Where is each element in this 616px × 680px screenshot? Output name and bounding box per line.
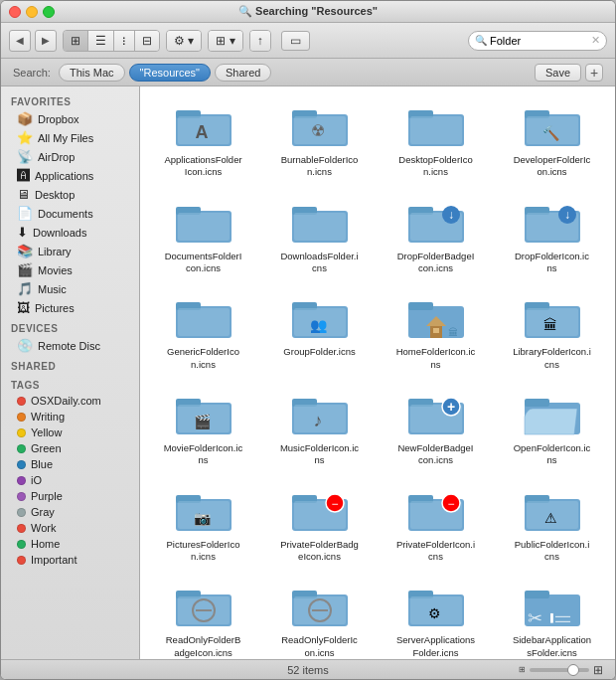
close-button[interactable] [9, 6, 21, 18]
sidebar-item-downloads[interactable]: ⬇ Downloads [1, 223, 139, 242]
slider-track[interactable] [530, 668, 589, 672]
sidebar-item-tag-gray[interactable]: Gray [1, 504, 139, 520]
svg-rect-42 [433, 328, 439, 333]
maximize-button[interactable] [43, 6, 55, 18]
add-scope-button[interactable]: + [585, 64, 603, 82]
sidebar-item-desktop[interactable]: 🖥 Desktop [1, 185, 139, 204]
svg-text:♪: ♪ [313, 411, 322, 430]
file-item[interactable]: ⚠ PublicFolderIcon.icns [499, 481, 605, 568]
file-item[interactable]: DocumentsFolderIcon.icns [150, 193, 256, 279]
tag-dot-work [17, 524, 26, 533]
svg-text:A: A [195, 122, 208, 142]
file-item[interactable]: DesktopFolderIcon.icns [383, 96, 489, 183]
scope-shared-button[interactable]: Shared [215, 64, 271, 82]
sidebar-item-documents[interactable]: 📄 Documents [1, 204, 139, 223]
sidebar-item-applications[interactable]: 🅰 Applications [1, 166, 139, 185]
sidebar-item-tag-io[interactable]: iO [1, 472, 139, 488]
file-item[interactable]: ⚙ ServerApplicationsFolder.icns [383, 577, 489, 659]
file-item[interactable]: DownloadsFolder.icns [266, 193, 373, 279]
svg-rect-20 [294, 213, 346, 241]
file-item[interactable]: 👥 GroupFolder.icns [266, 288, 373, 375]
scope-this-mac-button[interactable]: This Mac [59, 64, 125, 82]
svg-text:⚙: ⚙ [427, 605, 440, 621]
tags-header: TAGS [1, 374, 139, 393]
sidebar-item-remote-disc[interactable]: 💿 Remote Disc [1, 336, 139, 355]
file-label: PublicFolderIcon.icns [513, 539, 592, 564]
statusbar: 52 items ⊞ ⊞ [1, 659, 615, 679]
file-item[interactable]: − PrivateFolderBadgeIcon.icns [266, 481, 373, 568]
sidebar-item-tag-home[interactable]: Home [1, 536, 139, 552]
share-button[interactable]: ↑ [250, 31, 270, 51]
sidebar-item-tag-work[interactable]: Work [1, 520, 139, 536]
sidebar-item-tag-osxdaily[interactable]: OSXDaily.com [1, 393, 139, 409]
tag-dot-important [17, 556, 26, 565]
search-clear-icon[interactable]: ✕ [591, 34, 600, 47]
icon-view-button[interactable]: ⊞ [64, 31, 88, 51]
file-item[interactable]: − PrivateFolderIcon.icns [383, 481, 489, 568]
file-item[interactable]: ↓ DropFolderIcon.icns [499, 193, 605, 279]
sidebar-item-movies[interactable]: 🎬 Movies [1, 260, 139, 279]
folder-icon: ♪ [290, 389, 350, 438]
folder-icon [406, 100, 466, 150]
folder-icon: 🏛 [406, 292, 466, 342]
svg-text:🎬: 🎬 [193, 414, 211, 430]
sidebar-item-airdrop[interactable]: 📡 AirDrop [1, 147, 139, 166]
file-item[interactable]: 🏛 HomeFolderIcon.icns [383, 288, 489, 375]
file-item[interactable]: ☢ BurnableFolderIcon.icns [266, 96, 373, 183]
file-item[interactable]: ✂ ▌ ━━━━━ ━━━━━ SidebarApplicationsFolde… [499, 577, 605, 659]
sidebar-item-tag-green[interactable]: Green [1, 440, 139, 456]
file-item[interactable]: 🏛 LibraryFolderIcon.icns [499, 288, 605, 375]
minimize-button[interactable] [26, 6, 38, 18]
file-item[interactable]: + NewFolderBadgeIcon.icns [383, 385, 489, 471]
documents-icon: 📄 [17, 206, 33, 221]
sidebar-item-library[interactable]: 📚 Library [1, 242, 139, 260]
arrange-button[interactable]: ⊞ ▾ [209, 31, 241, 51]
sidebar-item-tag-writing[interactable]: Writing [1, 409, 139, 425]
library-icon: 📚 [17, 244, 33, 258]
scope-resources-button[interactable]: "Resources" [129, 64, 211, 82]
file-item[interactable]: ReadOnlyFolderBadgeIcon.icns [150, 577, 256, 659]
folder-icon [174, 292, 233, 342]
folder-icon: ☢ [290, 100, 350, 150]
sidebar-item-pictures[interactable]: 🖼 Pictures [1, 298, 139, 317]
file-label: OpenFolderIcon.icns [513, 442, 592, 467]
action-button[interactable]: ⚙ ▾ [167, 31, 201, 51]
sidebar-item-tag-important[interactable]: Important [1, 552, 139, 568]
file-label: SidebarApplicationsFolder.icns [513, 634, 592, 659]
sidebar-item-dropbox[interactable]: 📦 Dropbox [1, 109, 139, 128]
zoom-large-icon: ⊞ [593, 663, 603, 677]
forward-button[interactable]: ▶ [35, 30, 57, 52]
save-search-button[interactable]: Save [535, 64, 581, 82]
search-input[interactable] [490, 35, 591, 47]
tag-dot-blue [17, 460, 26, 469]
back-button[interactable]: ◀ [9, 30, 31, 52]
file-item[interactable]: ♪ MusicFolderIcon.icns [266, 385, 373, 471]
file-item[interactable]: ReadOnlyFolderIcon.icns [266, 577, 373, 659]
file-label: GroupFolder.icns [283, 346, 355, 358]
file-item[interactable]: A ApplicationsFolderIcon.icns [150, 96, 256, 183]
svg-text:↓: ↓ [564, 208, 570, 222]
file-item[interactable]: OpenFolderIcon.icns [499, 385, 605, 471]
file-item[interactable]: 🎬 MovieFolderIcon.icns [150, 385, 256, 471]
svg-rect-17 [178, 213, 230, 241]
sidebar-item-tag-blue[interactable]: Blue [1, 456, 139, 472]
preview-button[interactable]: ▭ [281, 31, 310, 51]
coverflow-view-button[interactable]: ⊟ [135, 31, 159, 51]
tag-dot-purple [17, 492, 26, 501]
sidebar-item-music[interactable]: 🎵 Music [1, 279, 139, 298]
sidebar-item-all-my-files[interactable]: ⭐ All My Files [1, 128, 139, 147]
sidebar-item-tag-yellow[interactable]: Yellow [1, 425, 139, 440]
folder-icon [290, 581, 350, 630]
file-item[interactable]: GenericFolderIcon.icns [150, 288, 256, 375]
sidebar-item-tag-purple[interactable]: Purple [1, 488, 139, 504]
list-view-button[interactable]: ☰ [88, 31, 114, 51]
folder-icon [290, 197, 350, 247]
svg-text:+: + [446, 399, 454, 415]
file-item[interactable]: 📷 PicturesFolderIcon.icns [150, 481, 256, 568]
column-view-button[interactable]: ⫶ [114, 31, 135, 51]
zoom-slider[interactable]: ⊞ ⊞ [519, 663, 603, 677]
slider-thumb[interactable] [567, 664, 579, 676]
file-item[interactable]: ↓ DropFolderBadgeIcon.icns [383, 193, 489, 279]
file-item[interactable]: 🔨 DeveloperFolderIcon.icns [499, 96, 605, 183]
folder-icon: 🏛 [523, 292, 582, 342]
